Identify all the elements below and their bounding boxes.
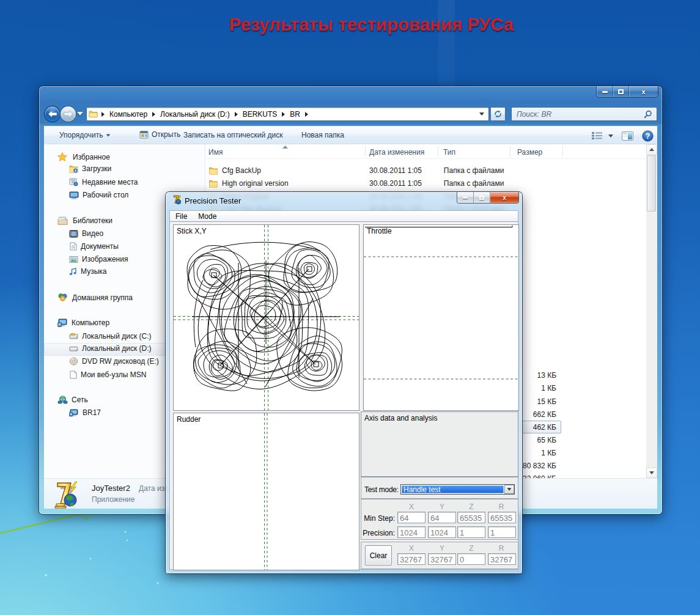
svg-text:?: ? xyxy=(646,132,650,141)
